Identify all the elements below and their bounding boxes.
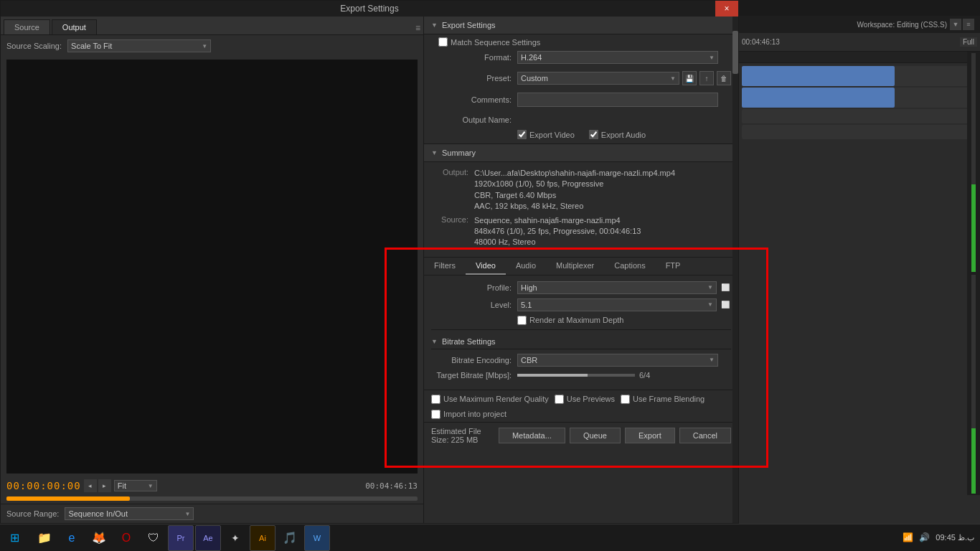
profile-select[interactable]: High ▼ [517, 281, 717, 294]
tab-output[interactable]: Output [52, 19, 97, 34]
frame-blending-label[interactable]: Use Frame Blending [621, 395, 705, 404]
match-sequence-checkbox[interactable] [438, 37, 448, 47]
taskbar-tray: 📶 🔊 09:45 ب.ظ [903, 532, 980, 542]
comments-label: Comments: [431, 95, 517, 104]
use-previews-checkbox[interactable] [555, 395, 564, 404]
comments-input[interactable] [517, 93, 718, 107]
render-depth-checkbox-label[interactable]: Render at Maximum Depth [517, 316, 623, 325]
menu-icon[interactable]: ≡ [415, 23, 420, 33]
tab-source[interactable]: Source [4, 19, 50, 34]
target-bitrate-slider[interactable] [517, 374, 635, 377]
timeline-strip: 00:04:46:13 Full [739, 33, 980, 52]
export-settings-section[interactable]: ▼ Export Settings [424, 17, 738, 34]
dialog-close-button[interactable]: × [715, 1, 738, 17]
tab-captions[interactable]: Captions [604, 258, 655, 275]
windows-logo-icon: ⊞ [10, 531, 19, 545]
track-clip-1[interactable] [742, 66, 895, 86]
bg-app-window: Workspace: Editing (CSS.S) ▼ ≡ 00:04:46:… [739, 16, 980, 524]
tab-filters[interactable]: Filters [424, 258, 466, 275]
progress-bar[interactable] [6, 496, 418, 501]
output-name-row: Output Name: [424, 113, 738, 127]
taskbar-icon-word[interactable]: W [304, 525, 330, 551]
panel-options-button[interactable]: ≡ [963, 19, 974, 30]
bitrate-encoding-label: Bitrate Encoding: [431, 356, 517, 364]
level-info-button[interactable]: ⬜ [720, 299, 731, 311]
frame-blending-checkbox[interactable] [621, 395, 630, 404]
track-clip-2[interactable] [742, 88, 895, 108]
taskbar-icon-ae[interactable]: Ae [195, 525, 221, 551]
max-render-quality-checkbox[interactable] [431, 395, 440, 404]
source-scaling-select[interactable]: Scale To Fit ▼ [67, 39, 211, 52]
workspace-dropdown-button[interactable]: ▼ [950, 19, 961, 30]
cancel-button[interactable]: Cancel [679, 428, 731, 443]
comments-row: Comments: [424, 91, 738, 108]
metadata-button[interactable]: Metadata... [499, 428, 565, 443]
export-audio-checkbox[interactable] [589, 130, 598, 139]
export-video-checkbox-label[interactable]: Export Video [517, 130, 575, 139]
close-icon: × [724, 4, 729, 14]
preset-row: Preset: Custom ▼ 💾 ↑ 🗑 [424, 70, 738, 87]
collapse-icon: ▼ [431, 338, 438, 345]
next-frame-button[interactable]: ▸ [98, 479, 111, 492]
start-button[interactable]: ⊞ [0, 524, 29, 552]
save-preset-button[interactable]: 💾 [682, 71, 697, 85]
vertical-scrollbar[interactable] [732, 17, 738, 523]
summary-section-header[interactable]: ▼ Summary [424, 144, 738, 162]
export-audio-checkbox-label[interactable]: Export Audio [589, 130, 646, 139]
bitrate-encoding-select[interactable]: CBR ▼ [517, 354, 718, 367]
chevron-down-icon: ▼ [709, 55, 715, 61]
delete-preset-button[interactable]: 🗑 [717, 71, 731, 85]
import-preset-button[interactable]: ↑ [699, 71, 714, 85]
zoom-select[interactable]: Fit ▼ [114, 480, 157, 491]
taskbar-icon-star[interactable]: ✦ [222, 525, 248, 551]
dialog-body: Source Output ≡ Source Scaling: Scale To… [1, 17, 738, 523]
bitrate-section-header[interactable]: ▼ Bitrate Settings [431, 334, 731, 349]
chevron-down-icon: ▼ [709, 357, 715, 363]
tab-video[interactable]: Video [466, 258, 506, 275]
dialog-title-bar: Export Settings × [1, 1, 738, 17]
chevron-down-icon: ▼ [707, 284, 713, 291]
use-previews-label[interactable]: Use Previews [555, 395, 615, 404]
source-scaling-row: Source Scaling: Scale To Fit ▼ [1, 35, 423, 57]
import-project-checkbox[interactable] [431, 410, 440, 419]
tab-ftp[interactable]: FTP [656, 258, 691, 275]
bottom-action-bar: Estimated File Size: 225 MB Metadata... … [424, 422, 738, 448]
volume-icon: 🔊 [919, 532, 930, 542]
tab-multiplexer[interactable]: Multiplexer [546, 258, 604, 275]
scrollbar-thumb[interactable] [732, 31, 738, 74]
taskbar-icon-shield[interactable]: 🛡 [141, 525, 166, 551]
taskbar-icon-premiere[interactable]: Pr [168, 525, 194, 551]
export-video-checkbox[interactable] [517, 130, 527, 139]
source-range-row: Source Range: Sequence In/Out ▼ [1, 504, 423, 523]
format-select[interactable]: H.264 ▼ [517, 51, 718, 64]
taskbar-icon-explorer[interactable]: 📁 [32, 525, 57, 551]
render-depth-checkbox[interactable] [517, 316, 527, 325]
taskbar-icon-opera[interactable]: O [113, 525, 139, 551]
profile-label: Profile: [431, 283, 517, 292]
prev-frame-button[interactable]: ◂ [84, 479, 97, 492]
export-button[interactable]: Export [625, 428, 675, 443]
level-select[interactable]: 5.1 ▼ [517, 298, 717, 311]
source-range-select[interactable]: Sequence In/Out ▼ [65, 507, 194, 520]
left-panel: Source Output ≡ Source Scaling: Scale To… [1, 17, 424, 523]
tab-audio[interactable]: Audio [506, 258, 546, 275]
taskbar-icon-music[interactable]: 🎵 [277, 525, 303, 551]
profile-info-button[interactable]: ⬜ [720, 282, 731, 293]
right-panel: ▼ Export Settings Match Sequence Setting… [424, 17, 738, 523]
render-depth-row: Render at Maximum Depth [431, 316, 731, 325]
taskbar: ⊞ 📁 e 🦊 O 🛡 Pr Ae ✦ Ai 🎵 W 📶 🔊 09:45 ب.ظ [0, 524, 980, 551]
import-project-label[interactable]: Import into project [431, 410, 507, 419]
export-settings-label: Export Settings [442, 21, 496, 29]
summary-source-row: Source: Sequence, shahin-najafi-marge-na… [431, 215, 731, 248]
full-select[interactable]: Full [960, 37, 977, 47]
max-render-quality-label[interactable]: Use Maximum Render Quality [431, 395, 549, 404]
match-sequence-checkbox-label[interactable]: Match Sequence Settings [438, 37, 540, 47]
queue-button[interactable]: Queue [570, 428, 621, 443]
taskbar-icon-ai[interactable]: Ai [250, 525, 275, 551]
taskbar-icon-ie[interactable]: e [59, 525, 85, 551]
preset-select[interactable]: Custom ▼ [517, 72, 679, 85]
format-label: Format: [431, 53, 517, 62]
taskbar-icon-firefox[interactable]: 🦊 [86, 525, 112, 551]
match-sequence-row: Match Sequence Settings [424, 34, 738, 50]
divider-3 [431, 329, 731, 330]
